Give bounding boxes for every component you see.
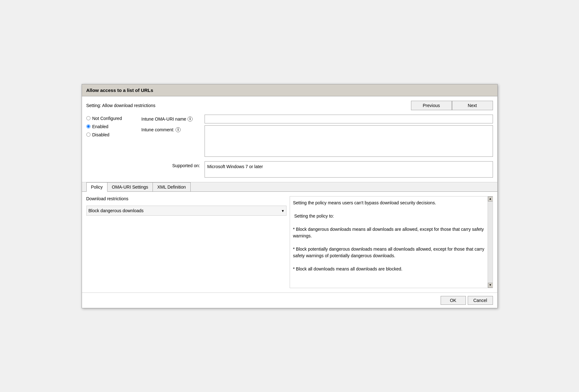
config-area: Not Configured Enabled Disabled Intune O… — [86, 115, 493, 157]
previous-button[interactable]: Previous — [411, 101, 452, 110]
ok-button[interactable]: OK — [441, 296, 466, 305]
supported-label: Supported on: — [142, 161, 200, 168]
right-panel: Setting the policy means users can't byp… — [290, 196, 493, 288]
radio-enabled[interactable]: Enabled — [86, 124, 142, 129]
next-button[interactable]: Next — [452, 101, 493, 110]
nav-buttons: Previous Next — [411, 101, 493, 110]
tabs-area: Policy OMA-URI Settings XML Definition D… — [82, 182, 497, 293]
intune-comment-label-row: Intune comment: ℹ — [142, 125, 205, 134]
radio-disabled-label: Disabled — [92, 132, 109, 137]
fields-col — [205, 115, 493, 157]
tab-xml-definition[interactable]: XML Definition — [153, 182, 191, 191]
oma-uri-input[interactable] — [205, 115, 493, 123]
scrollbar[interactable]: ▲ ▼ — [488, 196, 493, 288]
main-dialog: Allow access to a list of URLs Setting: … — [82, 84, 498, 308]
top-row: Setting: Allow download restrictions Pre… — [86, 101, 493, 110]
tab-policy[interactable]: Policy — [86, 182, 107, 192]
radio-not-configured[interactable]: Not Configured — [86, 116, 142, 121]
setting-label: Setting: Allow download restrictions — [86, 103, 411, 108]
radio-enabled-label: Enabled — [92, 124, 108, 129]
tab-content-policy: Download restrictions Block dangerous do… — [82, 192, 497, 293]
intune-labels-col: Intune OMA-URI name ℹ Intune comment: ℹ — [142, 115, 205, 157]
dialog-body: Setting: Allow download restrictions Pre… — [82, 96, 497, 293]
intune-comment-label: Intune comment: — [142, 127, 174, 132]
radio-disabled-input[interactable] — [86, 133, 90, 137]
tab-oma-uri-settings[interactable]: OMA-URI Settings — [107, 182, 153, 191]
comment-textarea[interactable] — [205, 125, 493, 157]
intune-oma-uri-label: Intune OMA-URI name — [142, 116, 186, 122]
radio-column: Not Configured Enabled Disabled — [86, 115, 142, 157]
intune-oma-label-row: Intune OMA-URI name ℹ — [142, 115, 205, 123]
supported-value: Microsoft Windows 7 or later — [205, 161, 493, 178]
cancel-button[interactable]: Cancel — [468, 296, 493, 305]
dialog-footer: OK Cancel — [82, 293, 497, 308]
supported-row: Supported on: Microsoft Windows 7 or lat… — [142, 161, 493, 178]
intune-oma-info-icon[interactable]: ℹ — [188, 116, 193, 122]
radio-not-configured-input[interactable] — [86, 116, 90, 120]
tabs-header: Policy OMA-URI Settings XML Definition — [82, 182, 497, 192]
scroll-up-btn[interactable]: ▲ — [488, 196, 493, 202]
download-restrictions-dropdown[interactable]: Block dangerous downloads Block potentia… — [86, 206, 287, 216]
radio-disabled[interactable]: Disabled — [86, 132, 142, 137]
dialog-title: Allow access to a list of URLs — [82, 84, 497, 96]
radio-not-configured-label: Not Configured — [92, 116, 122, 121]
policy-description: Setting the policy means users can't byp… — [293, 200, 486, 272]
radio-enabled-input[interactable] — [86, 124, 90, 128]
intune-comment-info-icon[interactable]: ℹ — [176, 127, 181, 132]
scroll-track[interactable] — [488, 202, 493, 283]
left-panel: Download restrictions Block dangerous do… — [86, 196, 290, 288]
scroll-down-btn[interactable]: ▼ — [488, 283, 493, 288]
download-restrictions-wrapper: Block dangerous downloads Block potentia… — [86, 206, 287, 216]
download-restrictions-label: Download restrictions — [86, 196, 287, 201]
